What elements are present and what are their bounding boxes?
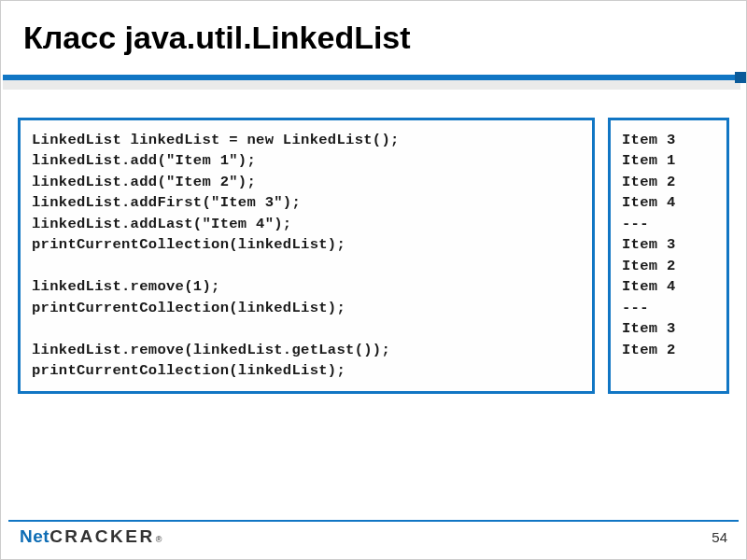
code-block-left: LinkedList linkedList = new LinkedList()… [18,118,595,394]
footer: Net CRACKER ® 54 [1,520,746,559]
logo-part-net: Net [20,526,49,547]
content-row: LinkedList linkedList = new LinkedList()… [1,90,746,394]
logo-trademark-icon: ® [156,535,162,544]
logo-part-cracker: CRACKER [49,526,155,547]
title-area: Класс java.util.LinkedList [1,1,746,67]
code-block-right: Item 3 Item 1 Item 2 Item 4 --- Item 3 I… [608,118,729,394]
divider-shadow [3,80,740,90]
divider-cap-icon [735,72,746,83]
logo: Net CRACKER ® [20,526,162,547]
divider-bar [3,75,739,80]
title-divider [1,75,746,80]
slide: Класс java.util.LinkedList LinkedList li… [1,1,746,559]
slide-title: Класс java.util.LinkedList [23,20,724,56]
footer-divider [8,520,739,522]
page-number: 54 [712,529,727,545]
